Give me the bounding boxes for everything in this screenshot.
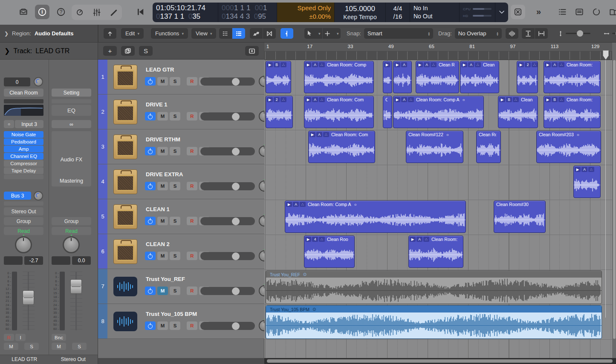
- take-letter-badge[interactable]: A: [401, 62, 407, 67]
- track-name[interactable]: Trust You_105 BPM: [146, 311, 197, 317]
- take-folder-icon[interactable]: ∴: [281, 62, 286, 67]
- plugin-slot[interactable]: Channel EQ: [4, 153, 43, 160]
- solo-button[interactable]: S: [170, 147, 180, 155]
- record-enable-button[interactable]: R: [187, 112, 197, 120]
- lcd-display[interactable]: 01:05:10:21.74 0137 1 1 035 0001 1 1 001…: [153, 3, 508, 22]
- mute-button[interactable]: M: [157, 252, 168, 260]
- solo-button[interactable]: S: [170, 217, 180, 225]
- take-folder-icon[interactable]: ∴: [513, 97, 519, 102]
- mute-button[interactable]: M: [4, 343, 18, 350]
- output-select[interactable]: Stereo Out: [4, 207, 43, 215]
- pan-knob[interactable]: [15, 236, 32, 253]
- volume-slider[interactable]: [200, 182, 255, 190]
- take-play-icon[interactable]: ▶: [309, 132, 315, 137]
- record-enable-button[interactable]: R: [187, 287, 197, 295]
- take-play-icon[interactable]: ▶: [267, 62, 273, 67]
- functions-menu[interactable]: Functions▾: [151, 28, 188, 39]
- audio-region[interactable]: Cl: [383, 96, 392, 128]
- take-folder-icon[interactable]: ∴: [319, 237, 325, 242]
- secondary-tool[interactable]: ▾: [323, 28, 341, 39]
- volume-slider[interactable]: [200, 112, 255, 120]
- solo-button[interactable]: S: [24, 343, 39, 350]
- track-header[interactable]: 4 DRIVE EXTRA M S R I: [98, 164, 264, 199]
- track-header[interactable]: 6 CLEAN 2 M S R I: [98, 234, 264, 269]
- mute-button[interactable]: M: [157, 112, 168, 120]
- take-play-icon[interactable]: ▶: [305, 97, 311, 102]
- track-number[interactable]: 1: [98, 60, 107, 94]
- take-play-icon[interactable]: ▶: [545, 62, 551, 67]
- take-letter-badge[interactable]: A: [424, 62, 430, 67]
- take-play-icon[interactable]: ▶: [410, 237, 416, 242]
- take-play-icon[interactable]: ▶: [286, 202, 292, 207]
- grid-view-icon[interactable]: [219, 28, 232, 39]
- track-on-off-button[interactable]: [145, 112, 156, 120]
- group-select[interactable]: Group: [52, 217, 91, 225]
- track-on-off-button[interactable]: [145, 287, 156, 295]
- take-letter-badge[interactable]: A: [316, 132, 322, 137]
- track-number[interactable]: 5: [98, 199, 107, 234]
- take-play-icon[interactable]: ▶: [305, 62, 311, 67]
- record-enable-button[interactable]: R: [187, 77, 197, 86]
- take-folder-icon[interactable]: ∴: [532, 62, 538, 67]
- take-letter-badge[interactable]: 4: [312, 237, 318, 242]
- take-play-icon[interactable]: ▶: [545, 97, 551, 102]
- track-number[interactable]: 2: [98, 95, 107, 129]
- take-letter-badge[interactable]: A: [401, 97, 407, 102]
- stereo-format-icon[interactable]: ∞: [52, 120, 91, 128]
- send-level-knob[interactable]: [34, 191, 43, 201]
- track-header[interactable]: 3 DRIVE RTHM M S R I: [98, 129, 264, 164]
- track-on-off-button[interactable]: [145, 77, 156, 86]
- take-play-icon[interactable]: ▶: [305, 237, 311, 242]
- plugin-slot[interactable]: Amp: [4, 146, 43, 152]
- track-name[interactable]: DRIVE RTHM: [146, 136, 180, 143]
- audio-region[interactable]: ▶A∴: [573, 166, 601, 198]
- disclosure-triangle-icon[interactable]: ❯: [4, 31, 9, 37]
- track-on-off-button[interactable]: [145, 147, 156, 155]
- quick-help-icon[interactable]: ?: [54, 5, 68, 19]
- mute-button[interactable]: M: [157, 182, 168, 190]
- audio-region[interactable]: ▶2∴: [517, 61, 538, 93]
- take-letter-badge[interactable]: A: [416, 237, 422, 242]
- more-tools-chevron[interactable]: »: [536, 7, 541, 17]
- audio-region[interactable]: ▶A∴Clean Room: Com: [304, 96, 374, 128]
- track-number[interactable]: 6: [98, 234, 107, 269]
- record-enable-button[interactable]: R: [187, 182, 197, 190]
- audio-region[interactable]: ▶B∴Clean R: [498, 96, 538, 128]
- lcd-position-section[interactable]: 01:05:10:21.74 0137 1 1 035: [153, 3, 218, 22]
- take-letter-badge[interactable]: A: [293, 202, 299, 207]
- take-play-icon[interactable]: ▶: [417, 62, 423, 67]
- mute-button[interactable]: M: [157, 321, 168, 330]
- track-inspector-header[interactable]: ❯ Track: LEAD GTR: [0, 43, 98, 60]
- bar-ruler[interactable]: 1173349658197113129: [264, 43, 616, 60]
- track-name[interactable]: DRIVE EXTRA: [146, 171, 183, 178]
- take-letter-badge[interactable]: B: [274, 62, 280, 67]
- vertical-scrollbar[interactable]: [612, 43, 616, 358]
- solo-button[interactable]: S: [170, 287, 180, 295]
- take-folder-icon[interactable]: ∴: [300, 202, 306, 207]
- audio-region[interactable]: ▶B∴: [266, 61, 291, 93]
- lcd-performance-section[interactable]: CPU HD: [460, 3, 495, 22]
- audio-region[interactable]: ▶A∴Clean Room:: [544, 61, 601, 93]
- send-slot[interactable]: Bus 3: [4, 192, 31, 200]
- volume-slider[interactable]: [200, 77, 255, 86]
- take-play-icon[interactable]: ▶: [384, 62, 390, 67]
- audio-region[interactable]: ▶A∴Clean: [460, 61, 499, 93]
- lcd-signature-section[interactable]: 4/4 /16: [386, 3, 410, 22]
- duplicate-track-button[interactable]: [121, 46, 135, 56]
- mute-button[interactable]: M: [52, 343, 66, 350]
- volume-fader[interactable]: [23, 290, 34, 305]
- library-icon[interactable]: [16, 5, 31, 19]
- snap-select[interactable]: Smart▴▾: [364, 28, 433, 39]
- pan-knob[interactable]: [63, 236, 80, 253]
- vertical-auto-zoom-icon[interactable]: [522, 28, 535, 39]
- track-on-off-button[interactable]: [145, 252, 156, 260]
- solo-button[interactable]: S: [170, 182, 180, 190]
- arrange-view-icon[interactable]: [232, 28, 245, 39]
- view-menu[interactable]: View▾: [191, 28, 216, 39]
- take-play-icon[interactable]: ▶: [499, 97, 505, 102]
- list-editors-icon[interactable]: [557, 5, 568, 19]
- solo-button[interactable]: S: [72, 343, 87, 350]
- loops-browser-icon[interactable]: [591, 5, 602, 19]
- track-name[interactable]: CLEAN 1: [146, 206, 170, 212]
- horizontal-auto-zoom-icon[interactable]: [535, 28, 548, 39]
